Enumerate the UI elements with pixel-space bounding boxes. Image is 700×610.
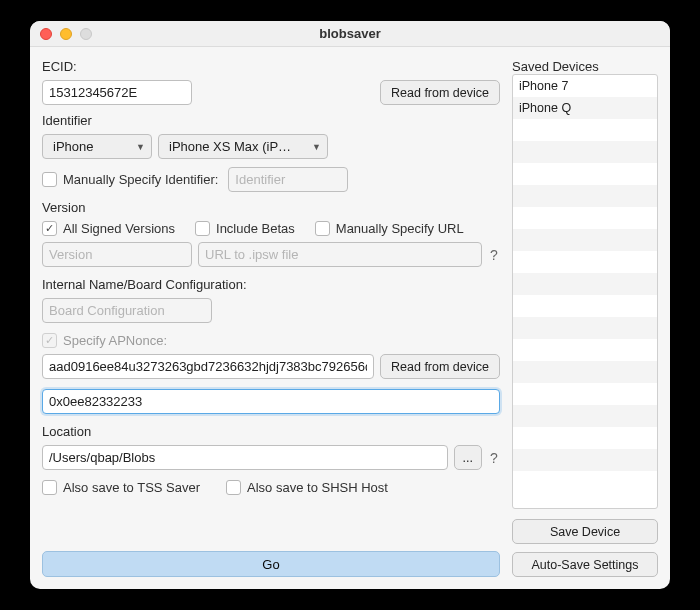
- manual-url-label: Manually Specify URL: [336, 221, 464, 236]
- chevron-down-icon: ▼: [312, 142, 321, 152]
- manual-identifier-label: Manually Specify Identifier:: [63, 172, 218, 187]
- app-window: blobsaver ECID: Read from device Identif…: [30, 21, 670, 589]
- list-item: .: [513, 141, 657, 163]
- saved-devices-list[interactable]: iPhone 7 iPhone Q . . . . . . . . . . . …: [512, 74, 658, 509]
- save-device-button[interactable]: Save Device: [512, 519, 658, 544]
- specify-apnonce-label: Specify APNonce:: [63, 333, 167, 348]
- saved-devices-label: Saved Devices: [512, 59, 658, 74]
- tss-checkbox[interactable]: [42, 480, 57, 495]
- list-item: .: [513, 471, 657, 493]
- version-input: [42, 242, 192, 267]
- saved-devices-pane: Saved Devices iPhone 7 iPhone Q . . . . …: [512, 57, 658, 577]
- list-item: .: [513, 427, 657, 449]
- manual-identifier-input: [228, 167, 348, 192]
- all-signed-label: All Signed Versions: [63, 221, 175, 236]
- version-label: Version: [42, 200, 500, 215]
- list-item[interactable]: iPhone Q: [513, 97, 657, 119]
- zoom-icon: [80, 28, 92, 40]
- titlebar: blobsaver: [30, 21, 670, 47]
- list-item: .: [513, 317, 657, 339]
- list-item: .: [513, 361, 657, 383]
- board-config-input: [42, 298, 212, 323]
- list-item: .: [513, 163, 657, 185]
- ipsw-url-input: [198, 242, 482, 267]
- board-label: Internal Name/Board Configuration:: [42, 277, 500, 292]
- version-help-icon[interactable]: ?: [488, 247, 500, 263]
- location-input[interactable]: [42, 445, 448, 470]
- shsh-label: Also save to SHSH Host: [247, 480, 388, 495]
- ecid-label: ECID:: [42, 59, 500, 74]
- model-select[interactable]: iPhone XS Max (iP… ▼: [158, 134, 328, 159]
- list-item: .: [513, 229, 657, 251]
- manual-identifier-checkbox[interactable]: [42, 172, 57, 187]
- tss-label: Also save to TSS Saver: [63, 480, 200, 495]
- identifier-label: Identifier: [42, 113, 500, 128]
- list-item: .: [513, 295, 657, 317]
- specify-apnonce-checkbox: [42, 333, 57, 348]
- main-form: ECID: Read from device Identifier iPhone…: [42, 57, 500, 577]
- go-button[interactable]: Go: [42, 551, 500, 577]
- list-item: .: [513, 273, 657, 295]
- manual-url-checkbox[interactable]: [315, 221, 330, 236]
- model-value: iPhone XS Max (iP…: [169, 139, 291, 154]
- include-betas-label: Include Betas: [216, 221, 295, 236]
- list-item: .: [513, 449, 657, 471]
- auto-save-settings-button[interactable]: Auto-Save Settings: [512, 552, 658, 577]
- ecid-read-button[interactable]: Read from device: [380, 80, 500, 105]
- platform-value: iPhone: [53, 139, 93, 154]
- apnonce-input[interactable]: [42, 354, 374, 379]
- ecid-input[interactable]: [42, 80, 192, 105]
- chevron-down-icon: ▼: [136, 142, 145, 152]
- all-signed-checkbox[interactable]: [42, 221, 57, 236]
- traffic-lights: [40, 28, 92, 40]
- list-item: .: [513, 185, 657, 207]
- minimize-icon[interactable]: [60, 28, 72, 40]
- location-help-icon[interactable]: ?: [488, 450, 500, 466]
- apnonce-read-button[interactable]: Read from device: [380, 354, 500, 379]
- window-title: blobsaver: [30, 26, 670, 41]
- platform-select[interactable]: iPhone ▼: [42, 134, 152, 159]
- include-betas-checkbox[interactable]: [195, 221, 210, 236]
- close-icon[interactable]: [40, 28, 52, 40]
- list-item: .: [513, 383, 657, 405]
- generator-input[interactable]: [42, 389, 500, 414]
- list-item: .: [513, 207, 657, 229]
- browse-button[interactable]: ...: [454, 445, 482, 470]
- location-label: Location: [42, 424, 500, 439]
- shsh-checkbox[interactable]: [226, 480, 241, 495]
- list-item: .: [513, 339, 657, 361]
- list-item: .: [513, 405, 657, 427]
- content-area: ECID: Read from device Identifier iPhone…: [30, 47, 670, 589]
- list-item: .: [513, 251, 657, 273]
- list-item: .: [513, 119, 657, 141]
- list-item[interactable]: iPhone 7: [513, 75, 657, 97]
